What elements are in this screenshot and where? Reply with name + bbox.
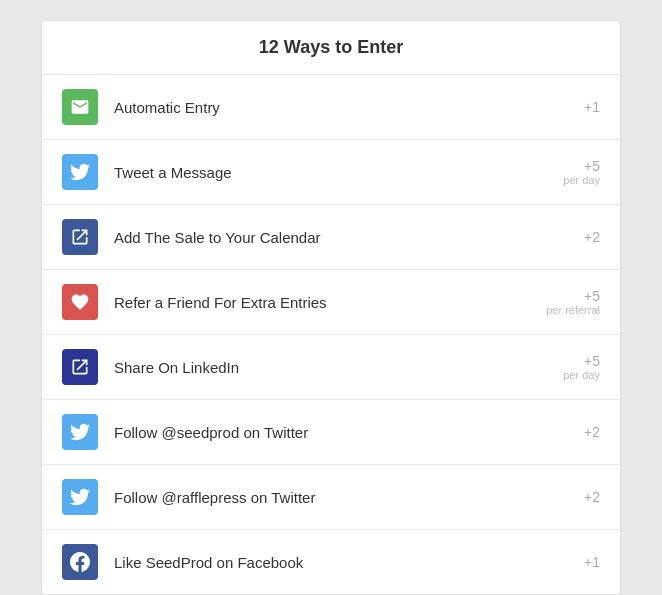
external-icon [62, 219, 98, 255]
entry-points: +1 [540, 99, 600, 115]
external-icon [62, 349, 98, 385]
entry-list: Automatic Entry+1Tweet a Message+5per da… [42, 75, 620, 594]
main-points: +5 [540, 158, 600, 174]
main-points: +1 [540, 99, 600, 115]
entry-points: +2 [540, 229, 600, 245]
entry-label: Add The Sale to Your Calendar [114, 229, 540, 246]
entry-label: Like SeedProd on Facebook [114, 554, 540, 571]
entry-points: +5per referral [540, 288, 600, 316]
sub-points: per day [540, 369, 600, 381]
email-icon [62, 89, 98, 125]
main-points: +2 [540, 229, 600, 245]
list-item[interactable]: Share On LinkedIn+5per day [42, 335, 620, 400]
list-item[interactable]: Automatic Entry+1 [42, 75, 620, 140]
entry-points: +2 [540, 424, 600, 440]
entry-points: +2 [540, 489, 600, 505]
list-item[interactable]: Tweet a Message+5per day [42, 140, 620, 205]
entry-label: Refer a Friend For Extra Entries [114, 294, 540, 311]
entry-label: Follow @rafflepress on Twitter [114, 489, 540, 506]
entry-points: +5per day [540, 353, 600, 381]
entry-points: +5per day [540, 158, 600, 186]
twitter-icon [62, 414, 98, 450]
entry-label: Follow @seedprod on Twitter [114, 424, 540, 441]
twitter-icon [62, 154, 98, 190]
twitter-icon [62, 479, 98, 515]
facebook-icon [62, 544, 98, 580]
entry-label: Share On LinkedIn [114, 359, 540, 376]
list-item[interactable]: Follow @rafflepress on Twitter+2 [42, 465, 620, 530]
sub-points: per day [540, 174, 600, 186]
main-points: +2 [540, 489, 600, 505]
list-item[interactable]: Add The Sale to Your Calendar+2 [42, 205, 620, 270]
sub-points: per referral [540, 304, 600, 316]
main-points: +1 [540, 554, 600, 570]
main-points: +5 [540, 353, 600, 369]
main-points: +5 [540, 288, 600, 304]
list-item[interactable]: Refer a Friend For Extra Entries+5per re… [42, 270, 620, 335]
list-item[interactable]: Like SeedProd on Facebook+1 [42, 530, 620, 594]
entry-label: Tweet a Message [114, 164, 540, 181]
ways-to-enter-card: 12 Ways to Enter Automatic Entry+1Tweet … [41, 20, 621, 595]
entry-label: Automatic Entry [114, 99, 540, 116]
entry-points: +1 [540, 554, 600, 570]
main-points: +2 [540, 424, 600, 440]
list-item[interactable]: Follow @seedprod on Twitter+2 [42, 400, 620, 465]
heart-icon [62, 284, 98, 320]
card-title: 12 Ways to Enter [42, 21, 620, 75]
